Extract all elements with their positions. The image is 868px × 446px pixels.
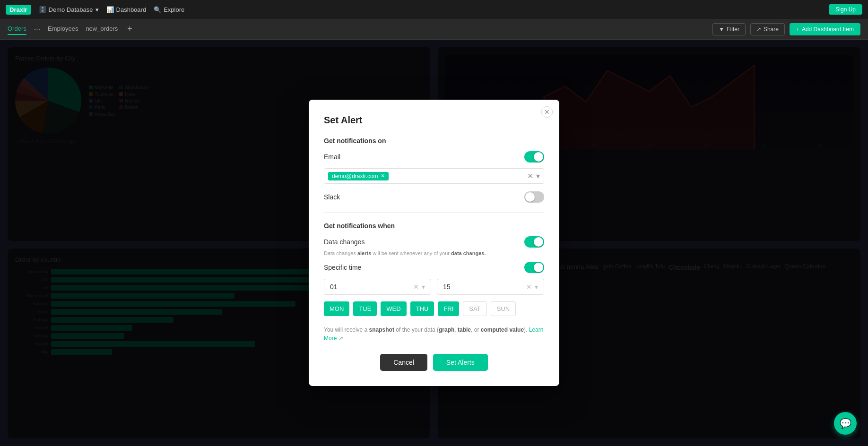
dashboard-icon: 📊 — [106, 6, 114, 13]
hour-select[interactable]: 01 ✕ ▾ — [324, 279, 431, 295]
data-changes-note: Data changes alerts will be sent wheneve… — [324, 250, 544, 256]
hour-chevron-icon[interactable]: ▾ — [422, 283, 425, 291]
specific-time-toggle[interactable] — [524, 262, 544, 273]
day-tue[interactable]: TUE — [353, 301, 377, 316]
tab-bar: Orders ··· Employees new_orders + ▼ Filt… — [0, 19, 868, 40]
nav-explore[interactable]: 🔍 Explore — [154, 6, 184, 13]
slack-label: Slack — [324, 193, 340, 201]
email-tag: demo@draxlr.com ✕ — [328, 172, 389, 180]
hour-clear-icon[interactable]: ✕ — [413, 283, 419, 291]
specific-time-setting-row: Specific time — [324, 262, 544, 273]
nav-right: Sign Up — [829, 4, 862, 15]
notifications-on-title: Get notifications on — [324, 137, 544, 145]
minute-select[interactable]: 15 ✕ ▾ — [437, 279, 544, 295]
hour-value: 01 — [330, 283, 338, 291]
filter-button[interactable]: ▼ Filter — [712, 23, 746, 35]
email-tag-text: demo@draxlr.com — [332, 173, 378, 180]
day-mon[interactable]: MON — [324, 301, 349, 316]
share-icon: ↗ — [756, 26, 761, 33]
email-label: Email — [324, 153, 340, 161]
app-logo[interactable]: Draxlr — [6, 5, 31, 15]
chevron-down-icon[interactable]: ▾ — [536, 172, 540, 180]
minute-clear-icon[interactable]: ✕ — [526, 283, 532, 291]
chat-bubble-button[interactable]: 💬 — [834, 412, 857, 435]
share-button[interactable]: ↗ Share — [750, 23, 785, 35]
slack-setting-row: Slack — [324, 191, 544, 203]
slack-toggle[interactable] — [524, 191, 544, 203]
minute-value: 15 — [443, 283, 451, 291]
specific-time-label: Specific time — [324, 264, 361, 271]
day-thu[interactable]: THU — [410, 301, 434, 316]
slack-toggle-knob — [525, 192, 535, 202]
hour-controls[interactable]: ✕ ▾ — [413, 283, 425, 291]
cancel-button[interactable]: Cancel — [380, 354, 427, 371]
data-changes-setting-row: Data changes — [324, 236, 544, 248]
email-input-controls[interactable]: ✕ ▾ — [527, 172, 540, 180]
add-tab-button[interactable]: + — [127, 24, 132, 34]
chat-icon: 💬 — [840, 418, 851, 429]
filter-icon: ▼ — [719, 26, 724, 33]
clear-icon[interactable]: ✕ — [527, 172, 533, 180]
nav-dashboard[interactable]: 📊 Dashboard — [106, 6, 147, 13]
data-changes-toggle-knob — [534, 237, 543, 247]
data-changes-label: Data changes — [324, 238, 365, 246]
tab-orders-menu[interactable]: ··· — [34, 25, 40, 34]
tab-bar-actions: ▼ Filter ↗ Share + Add Dashboard Item — [712, 23, 860, 35]
day-sun[interactable]: SUN — [491, 301, 516, 316]
data-changes-toggle[interactable] — [524, 236, 544, 248]
specific-time-toggle-knob — [534, 263, 543, 272]
modal-actions: Cancel Set Alerts — [324, 354, 544, 371]
day-sat[interactable]: SAT — [463, 301, 486, 316]
tab-orders[interactable]: Orders — [8, 23, 26, 35]
email-setting-row: Email — [324, 151, 544, 163]
modal-title: Set Alert — [324, 115, 544, 126]
nav-demo-database[interactable]: 🗄️ Demo Database ▾ — [39, 6, 99, 13]
divider-1 — [324, 212, 544, 213]
day-wed[interactable]: WED — [381, 301, 406, 316]
minute-chevron-icon[interactable]: ▾ — [535, 283, 538, 291]
day-fri[interactable]: FRI — [438, 301, 459, 316]
notifications-when-title: Get notifications when — [324, 222, 544, 230]
time-row: 01 ✕ ▾ 15 ✕ ▾ — [324, 279, 544, 295]
email-toggle-knob — [534, 152, 543, 162]
chevron-down-icon: ▾ — [95, 6, 99, 13]
signup-button[interactable]: Sign Up — [829, 4, 862, 15]
dashboard: France Orders by City Marseille Strasbou… — [0, 40, 868, 446]
modal-close-button[interactable]: ✕ — [541, 106, 553, 118]
tab-employees[interactable]: Employees — [48, 23, 78, 35]
add-dashboard-button[interactable]: + Add Dashboard Item — [790, 23, 860, 35]
tab-new-orders[interactable]: new_orders — [86, 23, 118, 35]
email-input-container[interactable]: demo@draxlr.com ✕ ✕ ▾ — [324, 168, 544, 184]
footer-note: You will receive a snapshot of the your … — [324, 326, 544, 343]
modal-overlay[interactable]: ✕ Set Alert Get notifications on Email d… — [0, 40, 868, 446]
database-icon: 🗄️ — [39, 6, 46, 13]
minute-controls[interactable]: ✕ ▾ — [526, 283, 538, 291]
set-alerts-button[interactable]: Set Alerts — [433, 354, 488, 371]
email-tag-remove[interactable]: ✕ — [381, 173, 385, 179]
email-toggle[interactable] — [524, 151, 544, 163]
explore-icon: 🔍 — [154, 6, 161, 13]
set-alert-modal: ✕ Set Alert Get notifications on Email d… — [309, 100, 559, 386]
top-nav: Draxlr 🗄️ Demo Database ▾ 📊 Dashboard 🔍 … — [0, 0, 868, 19]
plus-icon: + — [796, 26, 799, 33]
days-row: MON TUE WED THU FRI SAT SUN — [324, 301, 544, 316]
